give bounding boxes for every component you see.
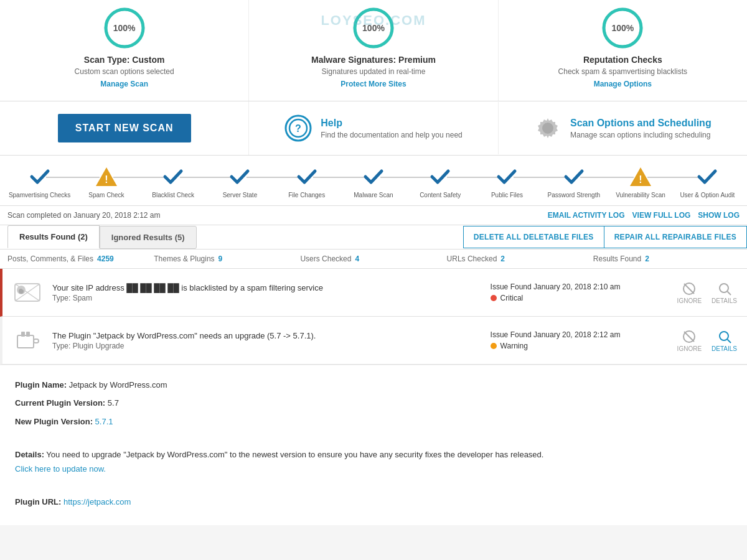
new-version-link[interactable]: 5.7.1	[95, 417, 113, 426]
view-full-log-link[interactable]: VIEW FULL LOG	[632, 211, 691, 220]
malware-signatures-card: 100% LOYSEO.COM Malware Signatures: Prem…	[249, 0, 498, 101]
svg-point-23	[720, 284, 728, 292]
gear-icon	[534, 114, 561, 142]
results-found-tab[interactable]: Results Found (2)	[7, 225, 100, 249]
scan-type-percent: 100%	[113, 23, 136, 33]
svg-rect-27	[26, 332, 30, 337]
reputation-title: Reputation Checks	[583, 55, 662, 65]
scan-type-circle: 100%	[103, 6, 146, 50]
scan-type-card: 100% Scan Type: Custom Custom scan optio…	[0, 0, 249, 101]
step-1: ! Spam Check	[73, 166, 139, 199]
stat-label: Results Found	[593, 254, 641, 263]
warn-icon: !	[95, 166, 118, 188]
help-icon: ?	[284, 114, 312, 142]
step-label: Public Files	[491, 192, 523, 199]
help-subtitle: Find the documentation and help you need	[321, 131, 463, 139]
email-activity-log-link[interactable]: EMAIL ACTIVITY LOG	[548, 211, 625, 220]
start-scan-card: START NEW SCAN	[0, 101, 249, 155]
svg-rect-26	[21, 332, 25, 337]
detail-plugin-url: Plugin URL: https://jetpack.com	[15, 495, 732, 509]
spam-type: Type: Spam	[52, 294, 478, 302]
detail-current-version: Current Plugin Version: 5.7	[15, 396, 732, 410]
step-label: Content Safety	[420, 192, 461, 199]
result-body-plugin: The Plugin "Jetpack by WordPress.com" ne…	[52, 331, 478, 350]
protect-sites-link[interactable]: Protect More Sites	[341, 80, 406, 88]
action-section: START NEW SCAN ? Help Find the documenta…	[0, 101, 747, 156]
scan-options-card: Scan Options and Scheduling Manage scan …	[499, 102, 747, 154]
step-9: ! Vulnerability Scan	[607, 166, 674, 199]
svg-line-22	[684, 284, 694, 294]
step-5: Malware Scan	[340, 166, 406, 199]
stat-label: URLs Checked	[447, 254, 497, 263]
ignore-spam-button[interactable]: IGNORE	[677, 281, 702, 304]
svg-rect-25	[17, 335, 34, 348]
plugin-severity: Warning	[491, 342, 665, 350]
spam-icon	[12, 278, 42, 307]
status-links: EMAIL ACTIVITY LOG VIEW FULL LOG SHOW LO…	[548, 211, 740, 220]
detail-panel: Plugin Name: Jetpack by WordPress.com Cu…	[0, 365, 747, 525]
result-meta-plugin: Issue Found January 20, 2018 2:12 am War…	[491, 330, 665, 350]
step-10: User & Option Audit	[674, 166, 741, 199]
stat-item-1: Themes & Plugins 9	[154, 254, 300, 263]
check-icon	[696, 166, 718, 188]
svg-text:!: !	[639, 174, 642, 185]
check-icon	[362, 166, 385, 188]
step-3: Server State	[207, 166, 273, 199]
result-item-plugin: The Plugin "Jetpack by WordPress.com" ne…	[0, 317, 747, 365]
scan-options-title[interactable]: Scan Options and Scheduling	[570, 118, 712, 129]
stat-value: 9	[218, 254, 223, 263]
help-title[interactable]: Help	[321, 118, 463, 129]
step-4: File Changes	[273, 166, 340, 199]
ignored-results-tab[interactable]: Ignored Results (5)	[100, 226, 197, 249]
plugin-actions: IGNORE DETAILS	[677, 329, 737, 352]
svg-point-31	[720, 332, 728, 340]
critical-dot	[491, 295, 497, 301]
top-section: 100% Scan Type: Custom Custom scan optio…	[0, 0, 747, 101]
detail-details: Details: You need to upgrade "Jetpack by…	[15, 447, 732, 477]
start-new-scan-button[interactable]: START NEW SCAN	[58, 114, 191, 142]
plugin-type: Type: Plugin Upgrade	[52, 342, 478, 350]
spam-date: Issue Found January 20, 2018 2:10 am	[491, 282, 665, 291]
check-icon	[496, 166, 518, 188]
repair-all-button[interactable]: REPAIR ALL REPAIRABLE FILES	[604, 226, 747, 248]
help-text: Help Find the documentation and help you…	[321, 118, 463, 139]
show-log-link[interactable]: SHOW LOG	[698, 211, 740, 220]
step-label: Blacklist Check	[152, 192, 194, 199]
stat-value: 4259	[97, 254, 114, 263]
warning-dot	[491, 343, 497, 349]
stat-label: Users Checked	[300, 254, 351, 263]
stats-bar: Posts, Comments, & Files 4259Themes & Pl…	[0, 250, 747, 269]
manage-scan-link[interactable]: Manage Scan	[100, 80, 148, 88]
plugin-url-link[interactable]: https://jetpack.com	[63, 497, 131, 506]
check-icon	[228, 166, 251, 188]
update-now-link[interactable]: Click here to update now.	[15, 464, 106, 474]
details-spam-button[interactable]: DETAILS	[712, 281, 737, 304]
step-label: Spamvertising Checks	[9, 192, 70, 199]
check-icon	[296, 166, 318, 188]
status-bar: Scan completed on January 20, 2018 2:12 …	[0, 206, 747, 225]
result-body-spam: Your site IP address ██ ██ ██ ██ is blac…	[52, 283, 478, 302]
spam-severity: Critical	[491, 294, 665, 302]
step-0: Spamvertising Checks	[6, 166, 73, 199]
check-icon	[29, 166, 51, 188]
svg-line-30	[684, 332, 694, 342]
result-item-spam: Your site IP address ██ ██ ██ ██ is blac…	[0, 269, 747, 317]
malware-circle: 100%	[352, 6, 395, 50]
malware-title: Malware Signatures: Premium	[311, 55, 436, 65]
details-plugin-button[interactable]: DETAILS	[712, 329, 737, 352]
delete-all-button[interactable]: DELETE ALL DELETABLE FILES	[463, 226, 604, 248]
step-2: Blacklist Check	[140, 166, 207, 199]
step-label: Spam Check	[88, 192, 124, 199]
step-8: Password Strength	[540, 166, 607, 199]
step-6: Content Safety	[407, 166, 474, 199]
step-label: File Changes	[288, 192, 325, 199]
plugin-date: Issue Found January 20, 2018 2:12 am	[491, 330, 665, 339]
ignore-plugin-button[interactable]: IGNORE	[677, 329, 702, 352]
manage-options-link[interactable]: Manage Options	[594, 80, 652, 88]
critical-label: Critical	[500, 294, 524, 302]
stat-item-0: Posts, Comments, & Files 4259	[7, 254, 154, 263]
spam-title: Your site IP address ██ ██ ██ ██ is blac…	[52, 283, 478, 292]
check-icon	[429, 166, 451, 188]
results-list: Your site IP address ██ ██ ██ ██ is blac…	[0, 269, 747, 525]
check-icon	[563, 166, 585, 188]
